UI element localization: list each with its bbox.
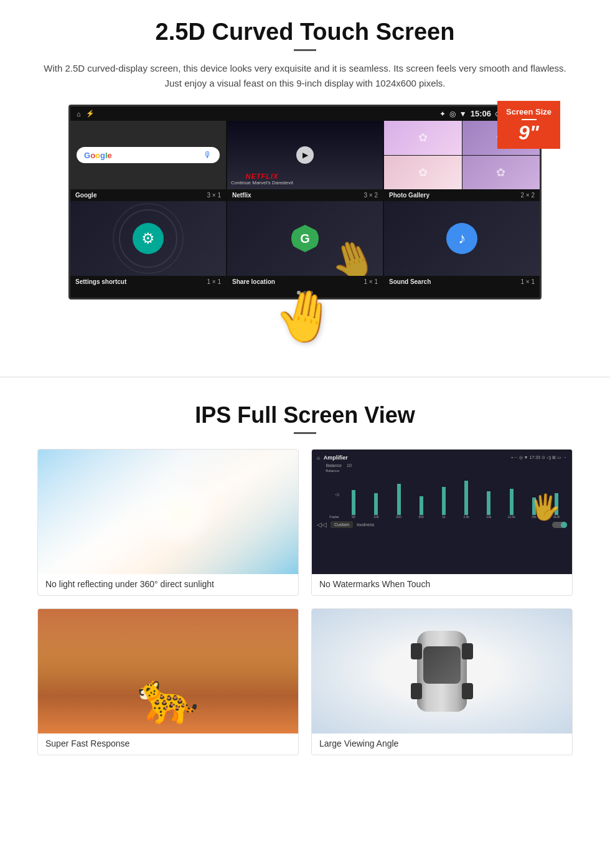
amp-loudness-label: loudness <box>357 522 374 527</box>
cheetah-image <box>38 609 298 734</box>
photo-thumb-1 <box>384 121 462 155</box>
google-widget[interactable]: Google 🎙 <box>70 121 226 189</box>
amp-icons: ▪ ··· ◎ ▼ 17:33 ⊙ ◁) ⊠ ▭ → <box>511 455 567 460</box>
ips-title-divider <box>294 432 316 434</box>
amp-footer: ◁◁ Custom loudness <box>317 521 567 528</box>
feature-card-cheetah: Super Fast Response <box>37 608 299 755</box>
android-screen: ⌂ ⚡ ✦ ◎ ▼ 15:06 ⊙ ◁) ⊠ ▭ <box>68 105 542 300</box>
amp-toggle[interactable] <box>552 522 567 528</box>
touch-hand-overlay: 🤚 <box>324 231 383 276</box>
sound-widget[interactable]: ♪ <box>384 201 540 276</box>
badge-title: Screen Size <box>506 107 551 116</box>
touch-hand-wrapper: 🤚 <box>37 287 573 346</box>
sunlight-image <box>38 450 298 574</box>
amp-prev-icon: ◁◁ <box>317 521 327 528</box>
widget-grid-row1: Google 🎙 Google 3 × 1 ▶ <box>70 121 540 201</box>
badge-size: 9" <box>518 121 539 144</box>
netflix-subtitle: Continue Marvel's Daredevil <box>231 180 293 186</box>
share-label-bar: Share location 1 × 1 <box>227 276 383 288</box>
bluetooth-icon: ✦ <box>439 110 446 118</box>
photo-thumb-4 <box>462 156 540 190</box>
settings-widget-cell: ⚙ Settings shortcut 1 × 1 <box>70 201 226 288</box>
google-widget-name: Google <box>75 192 96 199</box>
status-time: 15:06 <box>471 109 491 118</box>
share-widget-name: Share location <box>232 278 275 285</box>
section2-title: IPS Full Screen View <box>37 402 573 428</box>
feature-card-amplifier: ⌂ Amplifier ▪ ··· ◎ ▼ 17:33 ⊙ ◁) ⊠ ▭ → B… <box>311 449 573 596</box>
location-icon: ◎ <box>449 110 456 118</box>
car-roof <box>423 646 461 684</box>
car-shape <box>417 631 467 712</box>
car-image <box>312 609 572 734</box>
usb-icon: ⚡ <box>86 110 95 118</box>
google-search-bar[interactable]: Google 🎙 <box>77 147 220 163</box>
google-widget-cell: Google 🎙 Google 3 × 1 <box>70 121 226 201</box>
sound-widget-size: 1 × 1 <box>520 278 535 285</box>
section1-title: 2.5D Curved Touch Screen <box>37 19 573 45</box>
cheetah-caption: Super Fast Response <box>38 734 298 755</box>
amp-hand: 🖐 <box>530 493 561 522</box>
settings-widget-name: Settings shortcut <box>75 278 126 285</box>
settings-widget-size: 1 × 1 <box>207 278 221 285</box>
google-label-bar: Google 3 × 1 <box>70 189 226 201</box>
wheel-front-right <box>462 643 473 659</box>
wheel-rear-right <box>462 683 473 699</box>
photo-thumb-3 <box>384 156 462 190</box>
status-left: ⌂ ⚡ <box>77 110 95 118</box>
section1-description: With 2.5D curved-display screen, this de… <box>37 61 573 91</box>
feature-grid: No light reflecting under 360° direct su… <box>37 449 573 755</box>
feature-card-sunlight: No light reflecting under 360° direct su… <box>37 449 299 596</box>
amplifier-image: ⌂ Amplifier ▪ ··· ◎ ▼ 17:33 ⊙ ◁) ⊠ ▭ → B… <box>312 450 572 574</box>
settings-icon: ⚙ <box>133 223 164 254</box>
netflix-widget[interactable]: ▶ NETFLIX Continue Marvel's Daredevil <box>227 121 383 189</box>
wheel-rear-left <box>411 683 422 699</box>
google-widget-size: 3 × 1 <box>207 192 221 199</box>
sound-widget-name: Sound Search <box>389 278 431 285</box>
google-maps-icon: G <box>291 225 319 252</box>
car-caption: Large Viewing Angle <box>312 734 572 755</box>
share-widget-size: 1 × 1 <box>364 278 378 285</box>
amplifier-caption: No Watermarks When Touch <box>312 574 572 595</box>
netflix-play-button[interactable]: ▶ <box>296 146 314 164</box>
sound-label-bar: Sound Search 1 × 1 <box>384 276 540 288</box>
settings-widget[interactable]: ⚙ <box>70 201 226 276</box>
photo-widget-size: 2 × 2 <box>520 192 535 199</box>
amp-custom-btn: Custom <box>331 521 353 528</box>
touch-hand: 🤚 <box>270 282 341 351</box>
curved-section: 2.5D Curved Touch Screen With 2.5D curve… <box>0 0 610 358</box>
share-widget[interactable]: G 🤚 <box>227 201 383 276</box>
settings-label-bar: Settings shortcut 1 × 1 <box>70 276 226 288</box>
badge-divider <box>522 119 537 120</box>
title-divider <box>294 49 316 51</box>
photo-label-bar: Photo Gallery 2 × 2 <box>384 189 540 201</box>
wifi-icon: ▼ <box>459 110 467 118</box>
netflix-logo: NETFLIX <box>231 172 293 180</box>
status-bar: ⌂ ⚡ ✦ ◎ ▼ 15:06 ⊙ ◁) ⊠ ▭ <box>70 106 540 121</box>
netflix-widget-size: 3 × 2 <box>364 192 378 199</box>
feature-card-car: Large Viewing Angle <box>311 608 573 755</box>
sound-widget-cell: ♪ Sound Search 1 × 1 <box>384 201 540 288</box>
amp-title: Amplifier <box>324 455 348 461</box>
netflix-widget-cell: ▶ NETFLIX Continue Marvel's Daredevil Ne… <box>227 121 383 201</box>
mic-icon: 🎙 <box>204 150 212 160</box>
photo-widget-name: Photo Gallery <box>389 192 429 199</box>
share-widget-cell: G 🤚 Share location 1 × 1 <box>227 201 383 288</box>
car-body <box>417 631 467 712</box>
amp-home-icon: ⌂ <box>317 455 320 461</box>
netflix-widget-name: Netflix <box>232 192 251 199</box>
amp-header: ⌂ Amplifier ▪ ··· ◎ ▼ 17:33 ⊙ ◁) ⊠ ▭ → <box>317 455 567 461</box>
section-divider <box>0 377 610 377</box>
widget-grid-row2: ⚙ Settings shortcut 1 × 1 G 🤚 Share loca… <box>70 201 540 288</box>
sound-icon: ♪ <box>446 223 477 254</box>
home-icon: ⌂ <box>77 110 81 118</box>
screen-badge: Screen Size 9" <box>497 101 560 149</box>
wheel-front-left <box>411 643 422 659</box>
netflix-label-bar: Netflix 3 × 2 <box>227 189 383 201</box>
device-wrapper: Screen Size 9" ⌂ ⚡ ✦ ◎ ▼ 15:06 ⊙ ◁) ⊠ <box>68 105 542 300</box>
netflix-info: NETFLIX Continue Marvel's Daredevil <box>231 172 293 186</box>
sunlight-caption: No light reflecting under 360° direct su… <box>38 574 298 595</box>
google-logo: Google <box>84 151 112 160</box>
ips-section: IPS Full Screen View No light reflecting… <box>0 396 610 774</box>
